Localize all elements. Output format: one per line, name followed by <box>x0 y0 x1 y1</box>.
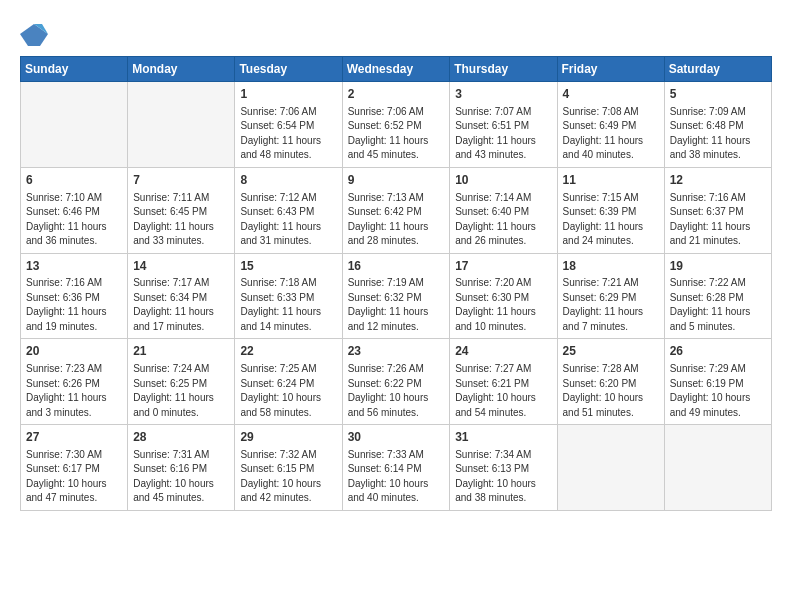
day-number: 18 <box>563 258 659 275</box>
cell-content: Sunrise: 7:27 AMSunset: 6:21 PMDaylight:… <box>455 362 551 420</box>
cell-content: Sunrise: 7:29 AMSunset: 6:19 PMDaylight:… <box>670 362 766 420</box>
calendar-cell: 5Sunrise: 7:09 AMSunset: 6:48 PMDaylight… <box>664 82 771 168</box>
day-number: 10 <box>455 172 551 189</box>
cell-content: Sunrise: 7:11 AMSunset: 6:45 PMDaylight:… <box>133 191 229 249</box>
weekday-header-monday: Monday <box>128 57 235 82</box>
day-number: 25 <box>563 343 659 360</box>
calendar-cell: 7Sunrise: 7:11 AMSunset: 6:45 PMDaylight… <box>128 167 235 253</box>
cell-content: Sunrise: 7:30 AMSunset: 6:17 PMDaylight:… <box>26 448 122 506</box>
calendar-cell: 12Sunrise: 7:16 AMSunset: 6:37 PMDayligh… <box>664 167 771 253</box>
day-number: 17 <box>455 258 551 275</box>
cell-content: Sunrise: 7:15 AMSunset: 6:39 PMDaylight:… <box>563 191 659 249</box>
day-number: 9 <box>348 172 445 189</box>
logo <box>20 20 52 48</box>
calendar-cell: 21Sunrise: 7:24 AMSunset: 6:25 PMDayligh… <box>128 339 235 425</box>
day-number: 22 <box>240 343 336 360</box>
day-number: 27 <box>26 429 122 446</box>
day-number: 3 <box>455 86 551 103</box>
day-number: 30 <box>348 429 445 446</box>
cell-content: Sunrise: 7:33 AMSunset: 6:14 PMDaylight:… <box>348 448 445 506</box>
weekday-header-friday: Friday <box>557 57 664 82</box>
cell-content: Sunrise: 7:21 AMSunset: 6:29 PMDaylight:… <box>563 276 659 334</box>
calendar-cell: 24Sunrise: 7:27 AMSunset: 6:21 PMDayligh… <box>450 339 557 425</box>
calendar-cell: 27Sunrise: 7:30 AMSunset: 6:17 PMDayligh… <box>21 425 128 511</box>
calendar-week-5: 27Sunrise: 7:30 AMSunset: 6:17 PMDayligh… <box>21 425 772 511</box>
calendar-cell: 17Sunrise: 7:20 AMSunset: 6:30 PMDayligh… <box>450 253 557 339</box>
calendar-cell: 31Sunrise: 7:34 AMSunset: 6:13 PMDayligh… <box>450 425 557 511</box>
day-number: 26 <box>670 343 766 360</box>
cell-content: Sunrise: 7:22 AMSunset: 6:28 PMDaylight:… <box>670 276 766 334</box>
day-number: 21 <box>133 343 229 360</box>
calendar-cell: 20Sunrise: 7:23 AMSunset: 6:26 PMDayligh… <box>21 339 128 425</box>
calendar-cell: 4Sunrise: 7:08 AMSunset: 6:49 PMDaylight… <box>557 82 664 168</box>
weekday-header-wednesday: Wednesday <box>342 57 450 82</box>
calendar-header: SundayMondayTuesdayWednesdayThursdayFrid… <box>21 57 772 82</box>
day-number: 24 <box>455 343 551 360</box>
weekday-header-thursday: Thursday <box>450 57 557 82</box>
day-number: 4 <box>563 86 659 103</box>
cell-content: Sunrise: 7:06 AMSunset: 6:52 PMDaylight:… <box>348 105 445 163</box>
cell-content: Sunrise: 7:34 AMSunset: 6:13 PMDaylight:… <box>455 448 551 506</box>
cell-content: Sunrise: 7:07 AMSunset: 6:51 PMDaylight:… <box>455 105 551 163</box>
calendar-cell: 23Sunrise: 7:26 AMSunset: 6:22 PMDayligh… <box>342 339 450 425</box>
calendar-cell: 9Sunrise: 7:13 AMSunset: 6:42 PMDaylight… <box>342 167 450 253</box>
cell-content: Sunrise: 7:31 AMSunset: 6:16 PMDaylight:… <box>133 448 229 506</box>
day-number: 8 <box>240 172 336 189</box>
calendar-cell <box>557 425 664 511</box>
cell-content: Sunrise: 7:28 AMSunset: 6:20 PMDaylight:… <box>563 362 659 420</box>
cell-content: Sunrise: 7:25 AMSunset: 6:24 PMDaylight:… <box>240 362 336 420</box>
cell-content: Sunrise: 7:12 AMSunset: 6:43 PMDaylight:… <box>240 191 336 249</box>
cell-content: Sunrise: 7:24 AMSunset: 6:25 PMDaylight:… <box>133 362 229 420</box>
calendar-cell: 14Sunrise: 7:17 AMSunset: 6:34 PMDayligh… <box>128 253 235 339</box>
weekday-header-saturday: Saturday <box>664 57 771 82</box>
calendar-cell: 15Sunrise: 7:18 AMSunset: 6:33 PMDayligh… <box>235 253 342 339</box>
calendar-cell: 25Sunrise: 7:28 AMSunset: 6:20 PMDayligh… <box>557 339 664 425</box>
calendar-table: SundayMondayTuesdayWednesdayThursdayFrid… <box>20 56 772 511</box>
day-number: 6 <box>26 172 122 189</box>
page: SundayMondayTuesdayWednesdayThursdayFrid… <box>0 0 792 521</box>
calendar-cell: 30Sunrise: 7:33 AMSunset: 6:14 PMDayligh… <box>342 425 450 511</box>
cell-content: Sunrise: 7:17 AMSunset: 6:34 PMDaylight:… <box>133 276 229 334</box>
calendar-cell: 26Sunrise: 7:29 AMSunset: 6:19 PMDayligh… <box>664 339 771 425</box>
day-number: 2 <box>348 86 445 103</box>
calendar-week-2: 6Sunrise: 7:10 AMSunset: 6:46 PMDaylight… <box>21 167 772 253</box>
cell-content: Sunrise: 7:23 AMSunset: 6:26 PMDaylight:… <box>26 362 122 420</box>
day-number: 19 <box>670 258 766 275</box>
header <box>20 16 772 48</box>
calendar-cell <box>664 425 771 511</box>
day-number: 11 <box>563 172 659 189</box>
cell-content: Sunrise: 7:20 AMSunset: 6:30 PMDaylight:… <box>455 276 551 334</box>
calendar-cell: 28Sunrise: 7:31 AMSunset: 6:16 PMDayligh… <box>128 425 235 511</box>
day-number: 14 <box>133 258 229 275</box>
day-number: 29 <box>240 429 336 446</box>
day-number: 23 <box>348 343 445 360</box>
cell-content: Sunrise: 7:26 AMSunset: 6:22 PMDaylight:… <box>348 362 445 420</box>
weekday-header-sunday: Sunday <box>21 57 128 82</box>
cell-content: Sunrise: 7:08 AMSunset: 6:49 PMDaylight:… <box>563 105 659 163</box>
cell-content: Sunrise: 7:06 AMSunset: 6:54 PMDaylight:… <box>240 105 336 163</box>
calendar-week-1: 1Sunrise: 7:06 AMSunset: 6:54 PMDaylight… <box>21 82 772 168</box>
calendar-body: 1Sunrise: 7:06 AMSunset: 6:54 PMDaylight… <box>21 82 772 511</box>
cell-content: Sunrise: 7:10 AMSunset: 6:46 PMDaylight:… <box>26 191 122 249</box>
day-number: 12 <box>670 172 766 189</box>
calendar-cell: 3Sunrise: 7:07 AMSunset: 6:51 PMDaylight… <box>450 82 557 168</box>
day-number: 5 <box>670 86 766 103</box>
cell-content: Sunrise: 7:19 AMSunset: 6:32 PMDaylight:… <box>348 276 445 334</box>
day-number: 31 <box>455 429 551 446</box>
day-number: 15 <box>240 258 336 275</box>
cell-content: Sunrise: 7:14 AMSunset: 6:40 PMDaylight:… <box>455 191 551 249</box>
day-number: 28 <box>133 429 229 446</box>
day-number: 20 <box>26 343 122 360</box>
cell-content: Sunrise: 7:09 AMSunset: 6:48 PMDaylight:… <box>670 105 766 163</box>
day-number: 16 <box>348 258 445 275</box>
weekday-row: SundayMondayTuesdayWednesdayThursdayFrid… <box>21 57 772 82</box>
calendar-cell <box>21 82 128 168</box>
calendar-cell: 22Sunrise: 7:25 AMSunset: 6:24 PMDayligh… <box>235 339 342 425</box>
calendar-cell: 1Sunrise: 7:06 AMSunset: 6:54 PMDaylight… <box>235 82 342 168</box>
day-number: 7 <box>133 172 229 189</box>
day-number: 13 <box>26 258 122 275</box>
cell-content: Sunrise: 7:16 AMSunset: 6:36 PMDaylight:… <box>26 276 122 334</box>
cell-content: Sunrise: 7:32 AMSunset: 6:15 PMDaylight:… <box>240 448 336 506</box>
calendar-cell: 2Sunrise: 7:06 AMSunset: 6:52 PMDaylight… <box>342 82 450 168</box>
calendar-cell <box>128 82 235 168</box>
